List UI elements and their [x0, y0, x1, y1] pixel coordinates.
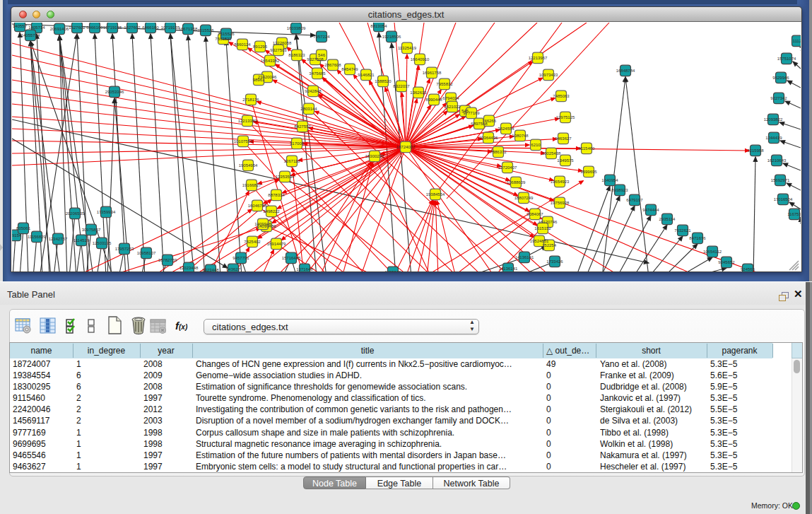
svg-text:10973433: 10973433 — [539, 73, 558, 77]
svg-text:10654112: 10654112 — [703, 250, 722, 254]
svg-text:20691406: 20691406 — [50, 27, 69, 31]
svg-text:12503135: 12503135 — [93, 241, 112, 245]
svg-text:9146821: 9146821 — [358, 73, 375, 77]
svg-text:18300235: 18300235 — [365, 154, 384, 158]
svg-text:1527602: 1527602 — [124, 25, 141, 30]
svg-text:9777169: 9777169 — [463, 111, 480, 115]
svg-text:9084067: 9084067 — [526, 212, 543, 216]
svg-text:1080748: 1080748 — [512, 134, 529, 138]
svg-text:16046788: 16046788 — [248, 204, 267, 208]
svg-text:16033809: 16033809 — [287, 26, 306, 30]
svg-text:29053346: 29053346 — [105, 90, 124, 94]
svg-text:924565: 924565 — [741, 267, 755, 271]
svg-text:17359934: 17359934 — [97, 210, 116, 214]
svg-text:7485063: 7485063 — [553, 94, 570, 98]
svg-text:9245652: 9245652 — [718, 260, 735, 264]
svg-text:15692971: 15692971 — [771, 178, 790, 182]
svg-text:16961758: 16961758 — [423, 71, 442, 75]
svg-text:16120746: 16120746 — [539, 220, 558, 224]
svg-text:546: 546 — [318, 53, 326, 57]
svg-text:7955812: 7955812 — [436, 82, 453, 86]
svg-text:1640954: 1640954 — [601, 178, 618, 182]
svg-text:10719155: 10719155 — [103, 25, 122, 30]
svg-text:8427552: 8427552 — [294, 124, 311, 129]
svg-text:1362615: 1362615 — [410, 90, 427, 95]
svg-text:14136141: 14136141 — [499, 267, 518, 271]
svg-text:9699695: 9699695 — [580, 170, 597, 174]
svg-text:10107553: 10107553 — [234, 139, 253, 144]
svg-text:9327508: 9327508 — [307, 57, 324, 62]
svg-text:9227342: 9227342 — [770, 96, 787, 100]
svg-text:17957253: 17957253 — [115, 247, 134, 251]
svg-text:10719155: 10719155 — [161, 25, 180, 30]
svg-text:98961: 98961 — [253, 78, 265, 82]
svg-text:1527602: 1527602 — [69, 25, 86, 30]
svg-text:2718176: 2718176 — [242, 98, 259, 102]
svg-text:12093822: 12093822 — [764, 117, 783, 122]
svg-text:16671358: 16671358 — [179, 27, 198, 31]
svg-text:15716485: 15716485 — [282, 256, 301, 260]
svg-text:10025438: 10025438 — [542, 151, 561, 156]
svg-text:1615152: 1615152 — [534, 226, 551, 230]
svg-text:12975125: 12975125 — [556, 115, 575, 119]
svg-text:943627: 943627 — [226, 267, 241, 271]
svg-text:9242848: 9242848 — [305, 89, 322, 93]
svg-text:19756928: 19756928 — [551, 201, 570, 205]
svg-text:19166827: 19166827 — [242, 183, 261, 187]
svg-text:140557: 140557 — [13, 24, 28, 28]
svg-text:8813054: 8813054 — [370, 24, 387, 28]
svg-text:11325419: 11325419 — [398, 46, 417, 50]
svg-text:1588520: 1588520 — [375, 79, 392, 83]
svg-text:10688609: 10688609 — [507, 180, 526, 185]
svg-text:1405714: 1405714 — [28, 25, 45, 30]
svg-text:13226058: 13226058 — [273, 41, 292, 45]
svg-text:1112: 1112 — [793, 39, 801, 43]
svg-text:9115460: 9115460 — [579, 146, 596, 151]
svg-text:7515526: 7515526 — [218, 32, 235, 36]
svg-text:19654923: 19654923 — [551, 180, 570, 184]
svg-text:2867608: 2867608 — [324, 63, 341, 67]
svg-text:19218506: 19218506 — [382, 35, 401, 39]
svg-text:17016504: 17016504 — [774, 197, 793, 201]
svg-text:2935114: 2935114 — [659, 217, 676, 221]
svg-text:9474444: 9474444 — [642, 208, 659, 212]
svg-text:8660124: 8660124 — [234, 42, 251, 47]
svg-text:2803144: 2803144 — [300, 107, 317, 111]
svg-text:8186323: 8186323 — [288, 53, 305, 57]
svg-text:14136141: 14136141 — [515, 255, 534, 259]
svg-text:15720407: 15720407 — [498, 165, 517, 170]
svg-text:7886372: 7886372 — [490, 150, 507, 154]
svg-text:6466160: 6466160 — [142, 25, 159, 30]
svg-text:7663822: 7663822 — [215, 37, 232, 41]
svg-text:7625402: 7625402 — [244, 240, 261, 244]
svg-text:3498222: 3498222 — [263, 209, 280, 214]
svg-text:1621022: 1621022 — [444, 105, 461, 109]
svg-text:30975857: 30975857 — [82, 228, 101, 232]
svg-text:8878334: 8878334 — [268, 193, 285, 197]
svg-text:19054954: 19054954 — [239, 163, 258, 168]
svg-text:15751074: 15751074 — [777, 57, 796, 61]
svg-text:39154: 39154 — [12, 233, 22, 238]
svg-text:835061: 835061 — [16, 226, 31, 230]
svg-text:1193845: 1193845 — [385, 270, 402, 271]
svg-text:13353594: 13353594 — [276, 175, 295, 179]
svg-text:3215958: 3215958 — [747, 148, 764, 153]
svg-text:6466160: 6466160 — [86, 25, 103, 30]
svg-text:11156829: 11156829 — [28, 235, 46, 239]
svg-text:19384554: 19384554 — [426, 192, 445, 197]
svg-text:18724007: 18724007 — [396, 145, 416, 149]
svg-text:3267110: 3267110 — [284, 159, 301, 163]
svg-text:252254: 252254 — [542, 243, 557, 247]
svg-text:6210: 6210 — [531, 143, 541, 147]
svg-text:16914479: 16914479 — [267, 242, 286, 246]
svg-text:3624554: 3624554 — [498, 127, 514, 131]
svg-text:1244419: 1244419 — [765, 136, 782, 140]
svg-text:20206535: 20206535 — [66, 211, 85, 216]
svg-text:746266: 746266 — [482, 119, 497, 123]
svg-text:12342757: 12342757 — [49, 237, 68, 241]
svg-text:16782759: 16782759 — [158, 258, 177, 262]
svg-text:1349575: 1349575 — [557, 158, 574, 163]
svg-text:891295: 891295 — [253, 45, 268, 49]
svg-text:9463627: 9463627 — [555, 136, 572, 141]
svg-text:6794024: 6794024 — [442, 96, 459, 100]
